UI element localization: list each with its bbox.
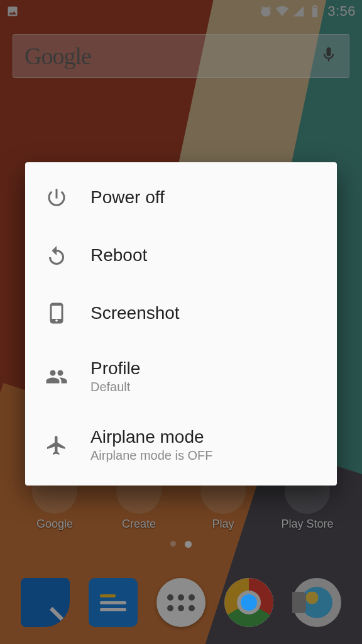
menu-item-title: Reboot <box>90 245 147 265</box>
menu-item-title: Screenshot <box>90 303 180 323</box>
screenshot-item[interactable]: Screenshot <box>25 284 337 342</box>
power-off-item[interactable]: Power off <box>25 169 337 226</box>
menu-item-title: Profile <box>90 358 140 379</box>
menu-item-subtitle: Airplane mode is OFF <box>90 448 213 463</box>
menu-item-title: Power off <box>90 187 165 208</box>
profile-item[interactable]: Profile Default <box>25 342 337 411</box>
menu-item-title: Airplane mode <box>90 427 213 447</box>
menu-item-subtitle: Default <box>90 380 140 394</box>
phone-outline-icon <box>44 301 69 326</box>
airplane-mode-item[interactable]: Airplane mode Airplane mode is OFF <box>25 411 337 479</box>
users-icon <box>44 364 69 389</box>
reboot-icon <box>44 243 69 268</box>
reboot-item[interactable]: Reboot <box>25 226 337 284</box>
power-menu: Power off Reboot Screenshot Profile Defa… <box>25 162 337 486</box>
power-icon <box>44 185 69 210</box>
airplane-icon <box>44 433 69 458</box>
